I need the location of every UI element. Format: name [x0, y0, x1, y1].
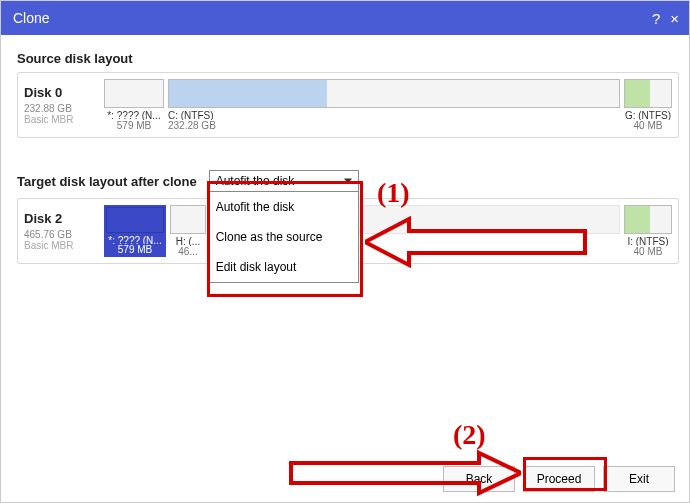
- partition-size: 232.28 GB: [168, 120, 216, 131]
- target-disk-name: Disk 2: [24, 211, 98, 226]
- content-area: Source disk layout Disk 0 232.88 GB Basi…: [1, 35, 689, 264]
- help-icon[interactable]: ?: [652, 10, 660, 27]
- partition-label: H: (...: [176, 236, 200, 246]
- annotation-number-2: (2): [453, 419, 486, 451]
- source-partition-0[interactable]: *: ???? (N... 579 MB: [104, 79, 164, 131]
- exit-button[interactable]: Exit: [603, 466, 675, 492]
- partition-label: G: (NTFS): [625, 110, 671, 120]
- partition-size: 40 MB: [634, 246, 663, 257]
- dropdown-option-clone-as-source[interactable]: Clone as the source: [210, 222, 358, 252]
- close-icon[interactable]: ×: [670, 10, 679, 27]
- partition-label: *: ???? (N...: [108, 235, 161, 244]
- target-partition-2[interactable]: I: (NTFS) 40 MB: [624, 205, 672, 257]
- target-partition-track: *: ???? (N... 579 MB H: (... 46... I: (N…: [104, 199, 678, 263]
- target-partition-1[interactable]: H: (... 46...: [170, 205, 206, 257]
- source-disk-size: 232.88 GB: [24, 103, 98, 114]
- footer-buttons: Back Proceed Exit: [443, 466, 675, 492]
- source-disk-box: Disk 0 232.88 GB Basic MBR *: ???? (N...…: [17, 72, 679, 138]
- dropdown-button[interactable]: Autofit the disk: [209, 170, 359, 192]
- target-heading-row: Target disk layout after clone Autofit t…: [17, 170, 679, 192]
- dropdown-option-edit-layout[interactable]: Edit disk layout: [210, 252, 358, 282]
- titlebar-actions: ? ×: [652, 1, 679, 35]
- source-partition-2[interactable]: G: (NTFS) 40 MB: [624, 79, 672, 131]
- target-disk-type: Basic MBR: [24, 240, 98, 251]
- source-partition-1[interactable]: C: (NTFS) 232.28 GB: [168, 79, 620, 131]
- target-disk-info: Disk 2 465.76 GB Basic MBR: [18, 199, 104, 263]
- window-title: Clone: [13, 10, 50, 26]
- partition-label: C: (NTFS): [168, 110, 214, 120]
- titlebar: Clone ? ×: [1, 1, 689, 35]
- layout-mode-dropdown[interactable]: Autofit the disk Autofit the disk Clone …: [209, 170, 359, 192]
- partition-size: 40 MB: [634, 120, 663, 131]
- partition-label: I: (NTFS): [627, 236, 668, 246]
- partition-label: *: ???? (N...: [107, 110, 160, 120]
- target-partition-0[interactable]: *: ???? (N... 579 MB: [104, 205, 166, 257]
- source-heading: Source disk layout: [17, 51, 679, 66]
- partition-size: 46...: [178, 246, 197, 257]
- proceed-button[interactable]: Proceed: [523, 466, 595, 492]
- target-disk-size: 465.76 GB: [24, 229, 98, 240]
- source-partition-track: *: ???? (N... 579 MB C: (NTFS) 232.28 GB…: [104, 73, 678, 137]
- dropdown-option-autofit[interactable]: Autofit the disk: [210, 192, 358, 222]
- dropdown-menu: Autofit the disk Clone as the source Edi…: [209, 192, 359, 283]
- back-button[interactable]: Back: [443, 466, 515, 492]
- partition-size: 579 MB: [117, 120, 151, 131]
- source-disk-info: Disk 0 232.88 GB Basic MBR: [18, 73, 104, 137]
- source-disk-type: Basic MBR: [24, 114, 98, 125]
- source-disk-name: Disk 0: [24, 85, 98, 100]
- target-heading: Target disk layout after clone: [17, 174, 197, 189]
- partition-size: 579 MB: [118, 244, 152, 255]
